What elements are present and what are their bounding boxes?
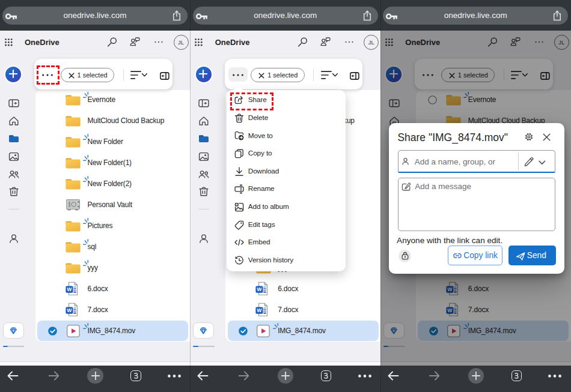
svg-text:W: W: [257, 287, 262, 293]
svg-text:W: W: [67, 287, 72, 293]
svg-text:W: W: [257, 308, 262, 314]
svg-text:W: W: [67, 308, 72, 314]
